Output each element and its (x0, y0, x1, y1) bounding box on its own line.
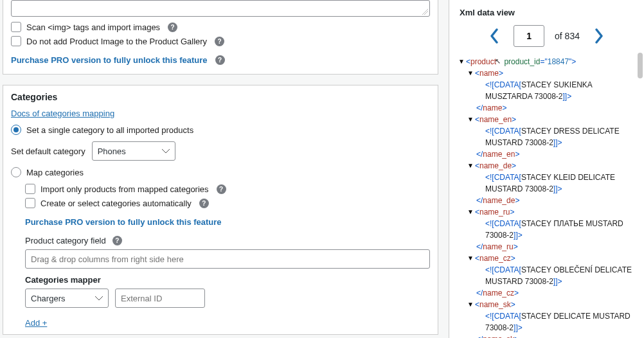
page-total-label: of 834 (555, 31, 580, 41)
xml-view-title: Xml data view (449, 0, 644, 17)
scan-img-checkbox[interactable] (11, 22, 21, 32)
xml-tree[interactable]: <product↖ product_id="18847"><name><![CD… (449, 56, 644, 338)
radio-single-label: Set a single category to all imported pr… (26, 125, 193, 135)
no-gallery-label: Do not add Product Image to the Product … (26, 37, 207, 46)
docs-link[interactable]: Docs of categories mapping (11, 109, 114, 118)
help-icon[interactable]: ? (168, 22, 177, 32)
radio-map-label: Map categories (26, 168, 84, 177)
help-icon[interactable]: ? (199, 199, 209, 208)
page-number-input[interactable] (514, 25, 544, 47)
auto-create-checkbox[interactable] (25, 198, 35, 208)
help-icon[interactable]: ? (215, 37, 224, 46)
mapper-external-id-input[interactable] (115, 289, 205, 308)
help-icon[interactable]: ? (215, 55, 225, 65)
add-mapping-link[interactable]: Add + (25, 318, 47, 328)
no-gallery-checkbox[interactable] (11, 36, 21, 46)
scan-img-label: Scan <img> tags and import images (26, 22, 160, 32)
pro-link-categories[interactable]: Purchase PRO version to fully unlock thi… (25, 217, 222, 227)
categories-heading: Categories (11, 92, 430, 102)
scrollbar-thumb[interactable] (638, 53, 643, 78)
default-category-select[interactable]: Phones (92, 141, 175, 161)
prev-record-button[interactable] (485, 27, 503, 45)
radio-map-categories[interactable] (11, 167, 21, 177)
next-record-button[interactable] (590, 27, 608, 45)
mapper-select[interactable]: Chargers (25, 289, 109, 308)
cat-field-label: Product category field ? (25, 236, 430, 245)
import-only-checkbox[interactable] (25, 184, 35, 194)
import-only-label: Import only products from mapped categor… (40, 184, 209, 194)
pro-link-images[interactable]: Purchase PRO version to fully unlock thi… (11, 55, 225, 65)
radio-single-category[interactable] (11, 125, 21, 135)
auto-create-label: Create or select categories automaticall… (40, 199, 192, 208)
default-category-label: Set default category (11, 147, 85, 156)
help-icon[interactable]: ? (217, 184, 226, 194)
cat-field-input[interactable] (25, 249, 430, 269)
help-icon[interactable]: ? (112, 236, 122, 245)
image-tags-textarea[interactable] (11, 0, 430, 17)
mapper-label: Categories mapper (25, 275, 430, 285)
